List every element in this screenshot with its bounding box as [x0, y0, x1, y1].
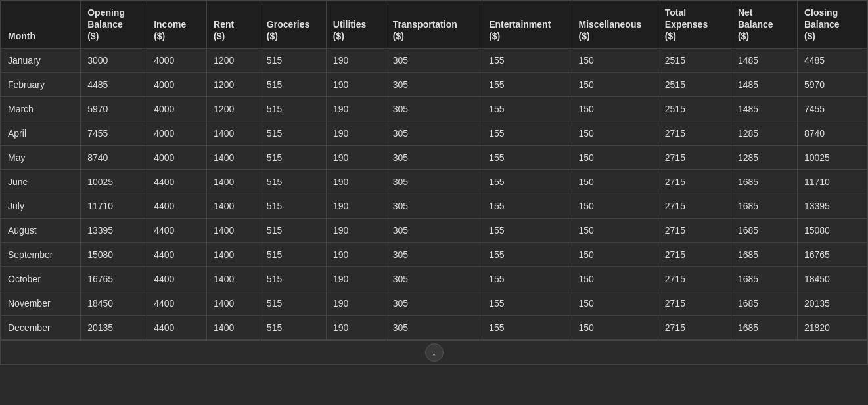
cell-entertainment: 155 [482, 291, 572, 315]
cell-entertainment: 155 [482, 315, 572, 339]
cell-income: 4400 [147, 169, 207, 194]
cell-opening: 3000 [81, 48, 147, 72]
cell-opening: 7455 [81, 121, 147, 145]
cell-entertainment: 155 [482, 194, 572, 218]
cell-transportation: 305 [386, 48, 482, 72]
cell-transportation: 305 [386, 72, 482, 96]
cell-net: 1685 [731, 315, 797, 339]
cell-income: 4000 [147, 48, 207, 72]
cell-rent: 1200 [207, 72, 260, 96]
header-groceries: Groceries($) [260, 1, 326, 49]
cell-closing: 20135 [797, 291, 867, 315]
header-closing: ClosingBalance($) [797, 1, 867, 49]
cell-rent: 1400 [207, 194, 260, 218]
cell-entertainment: 155 [482, 242, 572, 266]
cell-closing: 11710 [797, 169, 867, 194]
cell-income: 4400 [147, 242, 207, 266]
cell-groceries: 515 [260, 169, 326, 194]
cell-utilities: 190 [326, 315, 386, 339]
cell-net: 1685 [731, 169, 797, 194]
cell-opening: 15080 [81, 242, 147, 266]
cell-entertainment: 155 [482, 145, 572, 169]
cell-transportation: 305 [386, 169, 482, 194]
cell-groceries: 515 [260, 145, 326, 169]
cell-total: 2715 [658, 291, 731, 315]
cell-miscellaneous: 150 [572, 145, 658, 169]
header-miscellaneous: Miscellaneous($) [572, 1, 658, 49]
cell-net: 1285 [731, 145, 797, 169]
table-row: April74554000140051519030515515027151285… [1, 121, 867, 145]
cell-income: 4400 [147, 266, 207, 291]
scroll-down-button[interactable]: ↓ [425, 343, 444, 362]
cell-transportation: 305 [386, 315, 482, 339]
header-opening: OpeningBalance($) [81, 1, 147, 49]
cell-net: 1685 [731, 291, 797, 315]
cell-rent: 1400 [207, 242, 260, 266]
cell-transportation: 305 [386, 96, 482, 121]
cell-total: 2715 [658, 121, 731, 145]
cell-rent: 1400 [207, 266, 260, 291]
cell-closing: 7455 [797, 96, 867, 121]
table-header-row: Month OpeningBalance($) Income($) Rent($… [1, 1, 867, 49]
table-row: August1339544001400515190305155150271516… [1, 218, 867, 242]
cell-groceries: 515 [260, 291, 326, 315]
cell-net: 1685 [731, 194, 797, 218]
table-row: December20135440014005151903051551502715… [1, 315, 867, 339]
cell-net: 1685 [731, 218, 797, 242]
cell-utilities: 190 [326, 242, 386, 266]
cell-groceries: 515 [260, 242, 326, 266]
cell-utilities: 190 [326, 169, 386, 194]
cell-month: September [1, 242, 81, 266]
cell-groceries: 515 [260, 266, 326, 291]
table-row: October167654400140051519030515515027151… [1, 266, 867, 291]
cell-utilities: 190 [326, 145, 386, 169]
cell-month: June [1, 169, 81, 194]
header-transportation: Transportation($) [386, 1, 482, 49]
cell-month: March [1, 96, 81, 121]
cell-opening: 4485 [81, 72, 147, 96]
budget-table-container: Month OpeningBalance($) Income($) Rent($… [0, 0, 868, 365]
cell-transportation: 305 [386, 291, 482, 315]
cell-opening: 13395 [81, 218, 147, 242]
cell-miscellaneous: 150 [572, 169, 658, 194]
cell-transportation: 305 [386, 218, 482, 242]
cell-month: May [1, 145, 81, 169]
table-row: September1508044001400515190305155150271… [1, 242, 867, 266]
cell-miscellaneous: 150 [572, 266, 658, 291]
cell-net: 1485 [731, 72, 797, 96]
cell-total: 2715 [658, 169, 731, 194]
cell-net: 1285 [731, 121, 797, 145]
cell-utilities: 190 [326, 266, 386, 291]
cell-income: 4000 [147, 145, 207, 169]
cell-miscellaneous: 150 [572, 72, 658, 96]
cell-net: 1685 [731, 266, 797, 291]
header-month: Month [1, 1, 81, 49]
cell-miscellaneous: 150 [572, 242, 658, 266]
cell-utilities: 190 [326, 48, 386, 72]
cell-closing: 4485 [797, 48, 867, 72]
cell-groceries: 515 [260, 96, 326, 121]
cell-transportation: 305 [386, 145, 482, 169]
cell-entertainment: 155 [482, 72, 572, 96]
cell-month: December [1, 315, 81, 339]
cell-total: 2715 [658, 242, 731, 266]
cell-income: 4400 [147, 315, 207, 339]
cell-month: August [1, 218, 81, 242]
cell-groceries: 515 [260, 194, 326, 218]
cell-income: 4400 [147, 291, 207, 315]
cell-closing: 15080 [797, 218, 867, 242]
cell-total: 2715 [658, 145, 731, 169]
cell-groceries: 515 [260, 315, 326, 339]
cell-entertainment: 155 [482, 218, 572, 242]
cell-total: 2715 [658, 194, 731, 218]
cell-month: February [1, 72, 81, 96]
cell-income: 4000 [147, 72, 207, 96]
cell-entertainment: 155 [482, 169, 572, 194]
cell-groceries: 515 [260, 48, 326, 72]
table-row: March59704000120051519030515515025151485… [1, 96, 867, 121]
table-row: January300040001200515190305155150251514… [1, 48, 867, 72]
cell-total: 2715 [658, 315, 731, 339]
cell-groceries: 515 [260, 121, 326, 145]
cell-transportation: 305 [386, 242, 482, 266]
cell-rent: 1200 [207, 96, 260, 121]
